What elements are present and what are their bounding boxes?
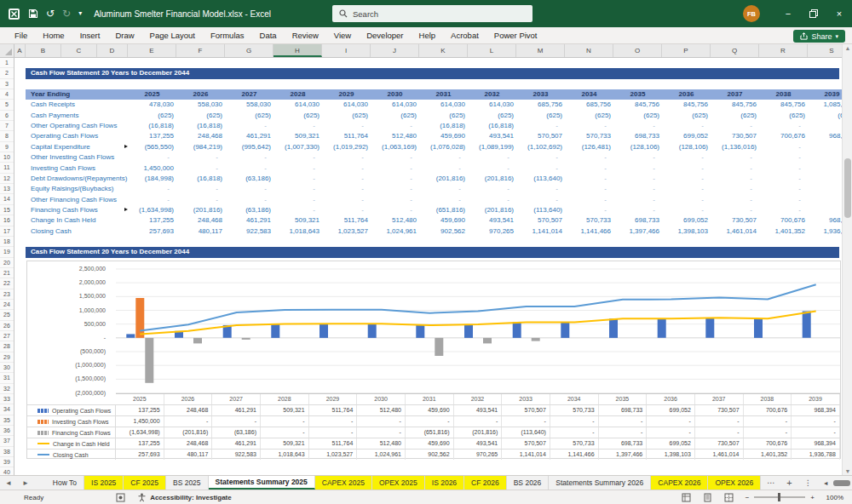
column-header-f[interactable]: F <box>176 44 225 57</box>
cell[interactable]: - <box>662 205 711 215</box>
cell[interactable]: - <box>128 184 176 194</box>
cell[interactable]: - <box>128 195 176 205</box>
year-header-2037[interactable]: 2037 <box>711 89 759 100</box>
year-header-2033[interactable]: 2033 <box>516 89 565 100</box>
cell[interactable]: (625) <box>565 111 613 121</box>
cell[interactable]: 1,401,352 <box>759 226 808 237</box>
year-header-2025[interactable]: 2025 <box>128 89 176 100</box>
column-header-n[interactable]: N <box>565 44 613 57</box>
zoom-level[interactable]: 100% <box>821 494 843 501</box>
cell[interactable]: - <box>225 184 273 194</box>
page-layout-view-icon[interactable] <box>703 493 712 502</box>
sheet-tab-bs-2026[interactable]: BS 2026 <box>507 476 550 490</box>
cell[interactable]: (625) <box>711 111 759 121</box>
normal-view-icon[interactable] <box>682 493 691 502</box>
row-header-24[interactable]: 24 <box>0 300 14 310</box>
row-header-26[interactable]: 26 <box>0 321 14 331</box>
more-sheets-button[interactable]: ⋯ <box>761 476 780 490</box>
cell[interactable]: - <box>128 152 176 163</box>
qat-customize-icon[interactable]: ▾ <box>78 10 82 17</box>
ribbon-tab-file[interactable]: File <box>7 27 35 44</box>
cell[interactable]: - <box>516 152 565 163</box>
cell[interactable]: 845,756 <box>662 100 711 110</box>
row-label[interactable]: Closing Cash <box>26 226 128 237</box>
cell[interactable]: - <box>273 195 322 205</box>
cell[interactable]: (625) <box>759 111 808 121</box>
cell[interactable]: (201,816) <box>176 205 225 215</box>
cell[interactable]: 459,690 <box>419 131 468 141</box>
zoom-out-icon[interactable]: − <box>746 494 750 501</box>
macro-record-icon[interactable] <box>116 493 125 502</box>
page-break-view-icon[interactable] <box>724 493 734 502</box>
cell[interactable]: - <box>516 121 565 131</box>
cell[interactable]: 570,507 <box>516 215 565 226</box>
cell[interactable]: - <box>322 184 371 194</box>
cell[interactable]: - <box>711 163 759 174</box>
restore-button[interactable] <box>801 0 826 27</box>
cell[interactable]: 570,733 <box>565 215 613 226</box>
cell[interactable]: 1,085,756 <box>808 100 842 110</box>
cell[interactable]: - <box>565 184 613 194</box>
row-header-27[interactable]: 27 <box>0 331 14 341</box>
year-header-2029[interactable]: 2029 <box>322 89 371 100</box>
cell[interactable]: - <box>371 195 419 205</box>
ribbon-tab-page-layout[interactable]: Page Layout <box>142 27 203 44</box>
vertical-scroll-thumb[interactable] <box>844 158 851 218</box>
cell[interactable]: - <box>419 163 468 174</box>
cell[interactable]: 1,018,643 <box>273 226 322 237</box>
cell[interactable]: (113,640) <box>516 174 565 184</box>
row-header-12[interactable]: 12 <box>0 174 14 184</box>
cell[interactable]: 509,321 <box>273 131 322 141</box>
sheet-tab-is-2025[interactable]: IS 2025 <box>84 476 124 490</box>
column-header-h[interactable]: H <box>273 44 322 57</box>
cell[interactable]: - <box>662 163 711 174</box>
cell[interactable]: - <box>613 121 662 131</box>
cell[interactable]: (16,818) <box>419 121 468 131</box>
minimize-button[interactable]: − <box>775 0 801 27</box>
column-header-j[interactable]: J <box>371 44 419 57</box>
cell[interactable]: (625) <box>516 111 565 121</box>
row-header-1[interactable]: 1 <box>0 58 14 68</box>
cell[interactable]: (625) <box>613 111 662 121</box>
share-button[interactable]: Share ▾ <box>793 30 845 43</box>
cell[interactable]: - <box>273 174 322 184</box>
redo-icon[interactable]: ↻ <box>62 9 71 19</box>
cell[interactable]: - <box>419 152 468 163</box>
cell[interactable]: - <box>565 174 613 184</box>
zoom-slider[interactable]: − + <box>746 494 815 501</box>
cell[interactable]: - <box>759 121 808 131</box>
cell[interactable]: - <box>759 174 808 184</box>
cell[interactable]: 1,461,014 <box>711 226 759 237</box>
cell[interactable]: (1,007,330) <box>273 142 322 152</box>
cell[interactable]: - <box>808 121 842 131</box>
column-header-a[interactable]: A <box>14 44 26 57</box>
cell[interactable]: - <box>565 121 613 131</box>
row-header-21[interactable]: 21 <box>0 268 14 278</box>
row-header-34[interactable]: 34 <box>0 404 14 415</box>
cell[interactable]: - <box>176 152 225 163</box>
accessibility-status[interactable]: Accessibility: Investigate <box>150 494 232 501</box>
cell[interactable]: (1,089,199) <box>468 142 516 152</box>
cell[interactable]: (565,550) <box>128 142 176 152</box>
row-header-8[interactable]: 8 <box>0 131 14 141</box>
cell[interactable]: 730,507 <box>711 131 759 141</box>
column-header-i[interactable]: I <box>322 44 371 57</box>
save-icon[interactable] <box>28 9 38 19</box>
cell[interactable]: - <box>322 121 371 131</box>
ribbon-tab-draw[interactable]: Draw <box>107 27 141 44</box>
cell[interactable]: 248,468 <box>176 215 225 226</box>
cell[interactable]: - <box>273 184 322 194</box>
cell[interactable]: 970,265 <box>468 226 516 237</box>
cell[interactable]: (625) <box>128 111 176 121</box>
column-header-s[interactable]: S <box>808 44 842 57</box>
column-header-r[interactable]: R <box>759 44 808 57</box>
row-label[interactable]: Investing Cash Flows <box>26 163 128 174</box>
zoom-track[interactable] <box>754 496 805 498</box>
year-header-2031[interactable]: 2031 <box>419 89 468 100</box>
cell[interactable]: 902,562 <box>419 226 468 237</box>
cell[interactable]: - <box>273 121 322 131</box>
cell[interactable]: - <box>371 121 419 131</box>
row-label[interactable]: Cash Receipts <box>26 100 128 110</box>
cell[interactable]: 614,030 <box>322 100 371 110</box>
cell[interactable]: 1,398,103 <box>662 226 711 237</box>
